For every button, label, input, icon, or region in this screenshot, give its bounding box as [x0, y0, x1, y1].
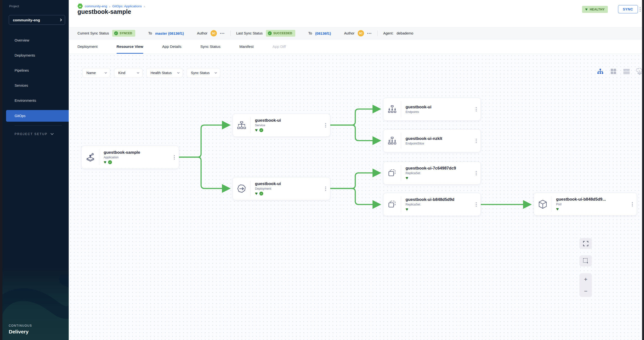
grid-view-icon[interactable]	[610, 68, 617, 75]
zoom-in-button[interactable]: +	[584, 276, 588, 282]
chevron-down-icon	[50, 132, 54, 135]
tab-bar: Deployment Resource View App Details Syn…	[69, 39, 642, 54]
node-kind: Application	[104, 156, 140, 159]
sidebar-item-deployments[interactable]: Deployments	[2, 48, 69, 63]
node-endpointslice-guestbook-ui-nzklt[interactable]: guestbook-ui-nzklt EndpointSlice	[383, 129, 481, 152]
marquee-select-icon	[583, 258, 589, 264]
synced-check-icon: ✓	[259, 128, 263, 132]
node-name: guestbook-sample	[104, 150, 140, 155]
tab-app-diff: App Diff	[272, 39, 286, 54]
current-revision-link[interactable]: master (08136f1)	[155, 31, 184, 36]
node-replicaset-guestbook-ui-b848d5d9d[interactable]: guestbook-ui-b848d5d9d ReplicaSet ♥	[383, 193, 481, 216]
node-name: guestbook-ui	[406, 105, 432, 110]
filter-kind-dropdown[interactable]: Kind	[114, 68, 142, 78]
scrollbar[interactable]	[642, 0, 644, 340]
filter-name-dropdown[interactable]: Name	[82, 68, 110, 78]
tab-resource-view[interactable]: Resource View	[116, 39, 143, 54]
healthy-heart-icon: ♥	[104, 160, 106, 164]
breadcrumb-section-link[interactable]: GitOps: Applications	[112, 4, 142, 8]
gitops-infinity-icon: ∞	[78, 4, 83, 9]
page-header: ∞ community-eng › GitOps: Applications ›…	[69, 0, 642, 27]
node-menu-kebab-icon[interactable]	[475, 138, 478, 144]
filter-health-status-dropdown[interactable]: Health Status	[146, 68, 183, 78]
breadcrumb-separator: ›	[109, 4, 110, 8]
chevron-down-icon	[105, 72, 107, 74]
application-icon	[82, 153, 99, 162]
node-menu-kebab-icon[interactable]	[324, 186, 327, 192]
tab-app-details[interactable]: App Details	[162, 39, 182, 54]
project-selector[interactable]: community-eng	[9, 15, 65, 25]
app-menu-kebab-icon[interactable]	[639, 6, 642, 13]
cluster-view-icon[interactable]	[636, 68, 642, 75]
node-name: guestbook-ui-nzklt	[406, 136, 442, 141]
breadcrumb-separator: ›	[144, 4, 145, 8]
check-circle-icon: ✓	[114, 31, 118, 35]
health-status-badge: ♥ HEALTHY	[582, 6, 608, 13]
module-footer: CONTINUOUS Delivery	[2, 267, 69, 340]
zoom-out-button[interactable]: −	[584, 288, 588, 294]
sidebar-item-services[interactable]: Services	[2, 78, 69, 93]
node-kind: ReplicaSet	[406, 203, 454, 206]
project-selector-value: community-eng	[13, 18, 40, 22]
commit-menu-icon[interactable]: •••	[367, 32, 372, 35]
fullscreen-icon	[583, 241, 588, 246]
filter-bar: Name Kind Health Status Sync Status	[82, 68, 220, 78]
last-revision-link[interactable]: (08136f1)	[315, 31, 331, 36]
sidebar-item-pipelines[interactable]: Pipelines	[2, 63, 69, 78]
divider	[377, 30, 378, 36]
endpoints-icon	[384, 105, 401, 114]
healthy-heart-icon: ♥	[406, 208, 408, 211]
node-application-guestbook-sample[interactable]: guestbook-sample Application ♥✓	[81, 146, 179, 169]
project-setup-toggle[interactable]: PROJECT SETUP	[14, 132, 53, 136]
node-pod-guestbook-ui-b848d5d9[interactable]: guestbook-ui-b848d5d9... Pod ♥	[534, 192, 637, 216]
to-label: To	[148, 31, 152, 35]
node-kind: Pod	[556, 202, 606, 206]
sidebar-item-gitops[interactable]: GitOps	[6, 110, 69, 122]
tree-view-icon[interactable]	[597, 68, 604, 75]
endpointslice-icon	[384, 137, 401, 145]
module-eyebrow: CONTINUOUS	[9, 324, 32, 327]
sidebar: Project community-eng Overview Deploymen…	[2, 0, 69, 340]
zoom-control: + −	[580, 273, 592, 297]
node-endpoints-guestbook-ui[interactable]: guestbook-ui Endpoints	[383, 98, 481, 121]
node-menu-kebab-icon[interactable]	[631, 201, 634, 208]
node-kind: ReplicaSet	[406, 172, 456, 175]
node-kind: Service	[255, 124, 281, 127]
breadcrumb-project-link[interactable]: community-eng	[85, 4, 107, 8]
node-menu-kebab-icon[interactable]	[475, 201, 478, 208]
sidebar-item-overview[interactable]: Overview	[2, 33, 69, 48]
window-edge	[0, 0, 2, 340]
sync-button[interactable]: SYNC	[618, 5, 638, 13]
tab-sync-status[interactable]: Sync Status	[200, 39, 220, 54]
tab-deployment[interactable]: Deployment	[78, 39, 98, 54]
tab-manifest[interactable]: Manifest	[240, 39, 254, 54]
node-service-guestbook-ui[interactable]: guestbook-ui Service ♥✓	[233, 114, 330, 137]
agent-label: Agent:	[383, 31, 394, 35]
node-menu-kebab-icon[interactable]	[475, 170, 478, 176]
chevron-down-icon	[177, 72, 180, 74]
author-avatar[interactable]: SC	[210, 30, 217, 36]
node-replicaset-guestbook-ui-7c64987dc9[interactable]: guestbook-ui-7c64987dc9 ReplicaSet ♥	[383, 162, 481, 184]
selection-mode-button[interactable]	[580, 255, 592, 266]
healthy-heart-icon: ♥	[556, 208, 559, 211]
deployment-icon	[233, 184, 250, 193]
author-avatar[interactable]: SC	[358, 30, 364, 36]
list-view-icon[interactable]	[623, 68, 630, 75]
sidebar-item-environments[interactable]: Environments	[2, 93, 69, 108]
project-label: Project	[9, 4, 19, 8]
node-menu-kebab-icon[interactable]	[324, 122, 327, 128]
node-menu-kebab-icon[interactable]	[173, 154, 176, 160]
commit-menu-icon[interactable]: •••	[220, 32, 225, 35]
sync-status-bar: Current Sync Status ✓ SYNCED To master (…	[69, 27, 642, 39]
filter-sync-status-dropdown[interactable]: Sync Status	[187, 68, 220, 78]
node-deployment-guestbook-ui[interactable]: guestbook-ui Deployment ♥✓	[233, 177, 330, 200]
synced-check-icon: ✓	[259, 192, 263, 196]
healthy-heart-icon: ♥	[406, 176, 408, 180]
author-label: Author	[344, 31, 354, 35]
node-kind: EndpointSlice	[406, 142, 442, 145]
resource-tree-canvas[interactable]: Name Kind Health Status Sync Status	[69, 54, 642, 340]
fullscreen-button[interactable]	[580, 238, 592, 249]
view-toggle-group	[597, 68, 642, 75]
node-menu-kebab-icon[interactable]	[475, 106, 478, 112]
to-label: To	[308, 31, 312, 35]
